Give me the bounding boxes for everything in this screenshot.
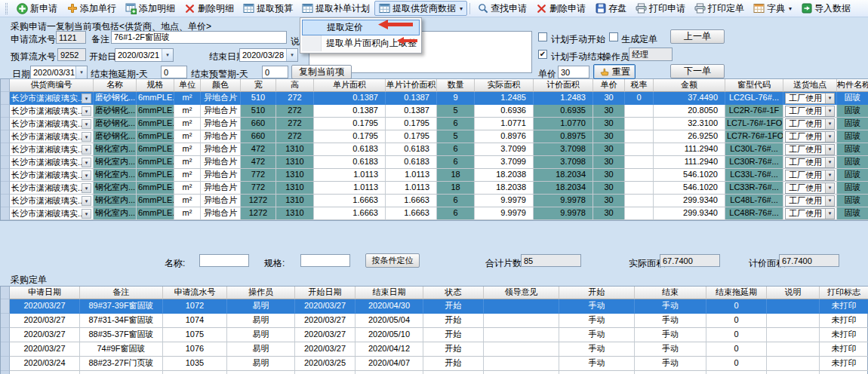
combo-arrow-icon[interactable]: ▾	[82, 158, 91, 167]
detail-cell[interactable]: 异地合片	[201, 130, 241, 143]
order-cell[interactable]	[484, 342, 559, 357]
detail-cell[interactable]: 长沙市潇湘玻璃实...▾	[10, 130, 94, 143]
order-cell[interactable]: 手动	[559, 342, 635, 357]
order-cell[interactable]	[767, 357, 820, 371]
detail-cell[interactable]: 0.1387	[314, 105, 386, 118]
detail-cell[interactable]: 30	[593, 207, 625, 220]
detail-cell[interactable]: 异地合片	[201, 156, 241, 169]
order-cell[interactable]	[767, 342, 820, 357]
detail-cell[interactable]: 长沙市潇湘玻璃实...▾	[10, 105, 94, 118]
detail-cell[interactable]: 异地合片	[201, 118, 241, 130]
detail-cell[interactable]: 长沙市潇湘玻璃实...▾	[10, 118, 94, 130]
detail-cell[interactable]: 6mmPLE...	[137, 143, 174, 156]
combo-arrow-icon[interactable]: ▾	[82, 183, 91, 193]
row-header[interactable]	[1, 156, 10, 169]
detail-cell[interactable]: 固玻	[837, 207, 868, 220]
detail-row[interactable]: 长沙市潇湘玻璃实...▾磨砂钢化...6mmPLE...m²异地合片660272…	[1, 130, 867, 143]
row-header[interactable]	[1, 130, 10, 143]
detail-cell[interactable]: 6mmPLE...	[137, 130, 174, 143]
detail-cell[interactable]: 272	[276, 92, 314, 105]
detail-cell[interactable]: 6	[437, 118, 475, 130]
order-cell[interactable]: 2020/03/27	[10, 314, 80, 328]
detail-cell[interactable]: 472	[241, 143, 276, 156]
order-cell[interactable]	[484, 328, 559, 342]
new-request-button[interactable]: 新申请	[12, 1, 62, 16]
detail-column-header[interactable]: 构件名称	[837, 79, 868, 92]
order-cell[interactable]: 1074	[163, 314, 227, 328]
delivery-combo[interactable]: 工厂使用▾	[785, 118, 835, 130]
detail-cell[interactable]: 1.0113	[386, 182, 437, 195]
order-cell[interactable]: 74#9F窗固玻	[80, 342, 163, 357]
detail-cell[interactable]	[625, 118, 654, 130]
detail-cell[interactable]: 1.6663	[314, 195, 386, 207]
chevron-down-icon[interactable]: ▾	[286, 49, 297, 61]
detail-cell[interactable]: LC30R-76#...	[725, 156, 783, 169]
detail-cell[interactable]: 3.7099	[475, 156, 534, 169]
detail-cell[interactable]	[625, 156, 654, 169]
order-column-header[interactable]: 状态	[423, 287, 484, 299]
detail-cell[interactable]: LC48R-76#...	[725, 207, 783, 220]
end-delay-input[interactable]	[161, 66, 187, 78]
order-cell[interactable]	[484, 371, 559, 374]
order-cell[interactable]: 1072	[163, 299, 227, 314]
delivery-combo[interactable]: 工厂使用▾	[785, 144, 835, 155]
detail-cell[interactable]: 20.8050	[654, 105, 725, 118]
delivery-combo[interactable]: 工厂使用▾	[785, 170, 835, 181]
detail-cell[interactable]: 固玻	[837, 105, 868, 118]
order-column-header[interactable]: 开始	[559, 287, 635, 299]
detail-cell[interactable]: 工厂使用▾	[783, 143, 837, 156]
order-row[interactable]	[1, 371, 867, 374]
detail-cell[interactable]: 30	[593, 182, 625, 195]
combo-arrow-icon[interactable]: ▾	[82, 209, 91, 219]
detail-cell[interactable]: 30	[593, 143, 625, 156]
detail-cell[interactable]: 111.2940	[654, 143, 725, 156]
order-cell[interactable]: 手动	[635, 357, 706, 371]
detail-cell[interactable]: 18.2034	[534, 169, 593, 182]
detail-cell[interactable]: 9.9979	[475, 195, 534, 207]
detail-cell[interactable]: 30	[593, 169, 625, 182]
detail-cell[interactable]: 772	[241, 169, 276, 182]
detail-cell[interactable]: 长沙市潇湘玻璃实...▾	[10, 207, 94, 220]
detail-cell[interactable]: 0.8975	[534, 130, 593, 143]
order-cell[interactable]	[295, 371, 356, 374]
next-order-button[interactable]: 下一单	[670, 64, 725, 78]
order-cell[interactable]	[484, 314, 559, 328]
detail-cell[interactable]: 30	[593, 156, 625, 169]
detail-cell[interactable]: LC2GL-76#...	[725, 92, 783, 105]
order-cell[interactable]: 2020/03/27	[10, 299, 80, 314]
start-date-select[interactable]: 2020/03/21 ▾	[115, 48, 174, 62]
detail-cell[interactable]: 钢化室内...	[94, 169, 137, 182]
add-detail-button[interactable]: 添加明细	[121, 1, 180, 16]
order-cell[interactable]: 开始	[423, 328, 484, 342]
order-cell[interactable]: 0	[706, 357, 767, 371]
order-cell[interactable]: 1035	[163, 357, 227, 371]
order-cell[interactable]: 未打印	[820, 342, 868, 357]
add-single-row-button[interactable]: 添加单行	[62, 1, 121, 16]
order-cell[interactable]: 2020/03/27	[10, 342, 80, 357]
detail-column-header[interactable]: 规格	[137, 79, 174, 92]
order-cell[interactable]: 2020/03/27	[295, 328, 356, 342]
detail-cell[interactable]: 0.6936	[475, 105, 534, 118]
detail-cell[interactable]	[625, 105, 654, 118]
detail-cell[interactable]: m²	[174, 118, 201, 130]
detail-cell[interactable]: 磨砂钢化...	[94, 118, 137, 130]
order-cell[interactable]	[80, 371, 163, 374]
detail-cell[interactable]: 3.7098	[534, 156, 593, 169]
detail-cell[interactable]: 30	[593, 105, 625, 118]
order-cell[interactable]	[767, 328, 820, 342]
order-column-header[interactable]: 开始日期	[295, 287, 356, 299]
detail-row[interactable]: 长沙市潇湘玻璃实...▾钢化室内...6mmPLE...m²异地合片472131…	[1, 156, 867, 169]
order-cell[interactable]: 88#35-37F窗固玻	[80, 328, 163, 342]
detail-cell[interactable]: 18.2038	[475, 182, 534, 195]
detail-cell[interactable]: 0.6183	[386, 143, 437, 156]
order-cell[interactable]: 未打印	[820, 328, 868, 342]
detail-cell[interactable]: 6mmPLE...	[137, 156, 174, 169]
detail-cell[interactable]: 工厂使用▾	[783, 105, 837, 118]
detail-cell[interactable]: 1310	[276, 156, 314, 169]
chevron-down-icon[interactable]: ▾	[75, 66, 87, 78]
detail-cell[interactable]: 9	[437, 92, 475, 105]
detail-cell[interactable]: LC33R-76#...	[725, 182, 783, 195]
detail-cell[interactable]: 固玻	[837, 156, 868, 169]
detail-cell[interactable]: 660	[241, 130, 276, 143]
detail-cell[interactable]: 工厂使用▾	[783, 169, 837, 182]
